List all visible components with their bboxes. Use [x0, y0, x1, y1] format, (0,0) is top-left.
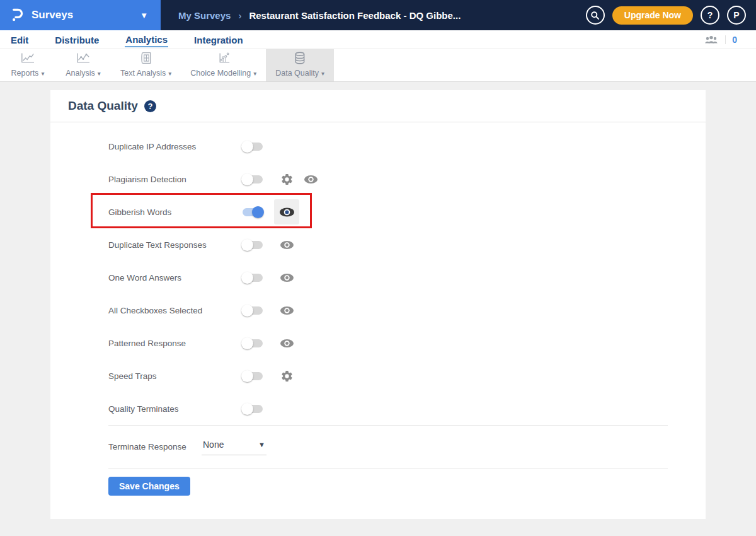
setting-label: Patterned Response: [108, 339, 243, 348]
plagiarism-settings-gear-icon[interactable]: [278, 173, 295, 186]
toggle-duplicate-ip-addresses[interactable]: [243, 143, 263, 151]
top-header: Surveys ▼ My Surveys › Restaurant Satisf…: [0, 0, 756, 30]
respondent-count[interactable]: 0: [732, 35, 737, 45]
chevron-down-icon: ▾: [98, 70, 101, 77]
all-checkboxes-preview-eye-icon[interactable]: [278, 306, 295, 315]
chevron-down-icon: ▼: [258, 441, 265, 448]
duplicate-text-preview-eye-icon[interactable]: [278, 240, 295, 250]
tool-data-quality[interactable]: Data Quality▾: [266, 49, 334, 81]
document-grid-icon: [138, 52, 154, 64]
patterned-preview-eye-icon[interactable]: [278, 339, 295, 348]
row-duplicate-ip-addresses: Duplicate IP Addresses: [50, 130, 706, 163]
gibberish-preview-eye-button[interactable]: [274, 199, 299, 224]
scatter-chart-icon: [214, 52, 233, 64]
setting-label: All Checkboxes Selected: [108, 306, 243, 315]
tab-distribute[interactable]: Distribute: [54, 32, 100, 47]
speed-traps-settings-gear-icon[interactable]: [278, 370, 295, 383]
breadcrumb-my-surveys[interactable]: My Surveys: [178, 10, 231, 21]
divider: [50, 122, 706, 122]
setting-label: Terminate Response: [108, 442, 202, 452]
avatar[interactable]: P: [727, 6, 746, 25]
setting-label: Quality Terminates: [108, 404, 243, 414]
setting-label: One Word Answers: [108, 273, 243, 283]
page-title: Data Quality: [68, 99, 138, 113]
setting-label: Duplicate IP Addresses: [108, 142, 243, 151]
chevron-down-icon: ▾: [168, 70, 171, 77]
toggle-quality-terminates[interactable]: [243, 405, 263, 413]
search-icon: [590, 11, 600, 20]
tool-choice-modelling[interactable]: Choice Modelling▾: [181, 49, 266, 81]
select-value: None: [203, 440, 224, 450]
row-plagiarism-detection: Plagiarism Detection: [50, 163, 706, 195]
analysis-chart-icon: [74, 52, 93, 64]
tab-analytics[interactable]: Analytics: [125, 32, 168, 47]
row-speed-traps: Speed Traps: [50, 359, 706, 392]
plagiarism-preview-eye-icon[interactable]: [302, 175, 319, 184]
data-quality-help-icon[interactable]: ?: [144, 100, 156, 112]
toggle-plagiarism-detection[interactable]: [243, 175, 263, 184]
row-all-checkboxes-selected: All Checkboxes Selected: [50, 294, 706, 327]
data-quality-panel: Data Quality ? Duplicate IP Addresses Pl…: [50, 90, 706, 519]
terminate-response-select[interactable]: None ▼: [202, 438, 266, 455]
analytics-toolbar: Reports▾ Analysis▾ Text Analysis▾: [0, 49, 756, 82]
row-gibberish-words: Gibberish Words: [50, 195, 706, 228]
questionpro-logo-icon: [9, 7, 25, 23]
row-patterned-response: Patterned Response: [50, 327, 706, 359]
toggle-speed-traps[interactable]: [243, 372, 263, 380]
one-word-preview-eye-icon[interactable]: [278, 273, 295, 283]
toggle-gibberish-words[interactable]: [243, 208, 263, 216]
nav-tabbar: Edit Distribute Analytics Integration 0: [0, 30, 756, 49]
save-changes-button[interactable]: Save Changes: [108, 477, 190, 496]
chevron-down-icon: ▾: [321, 70, 324, 77]
row-duplicate-text-responses: Duplicate Text Responses: [50, 228, 706, 261]
database-icon: [292, 52, 308, 64]
row-one-word-answers: One Word Answers: [50, 261, 706, 294]
app-name: Surveys: [32, 9, 140, 21]
toggle-duplicate-text-responses[interactable]: [243, 241, 263, 249]
header-actions: Upgrade Now ? P: [586, 0, 756, 30]
divider: [725, 35, 726, 44]
setting-label: Duplicate Text Responses: [108, 240, 243, 250]
chevron-down-icon: ▾: [41, 70, 44, 77]
tool-text-analysis[interactable]: Text Analysis▾: [111, 49, 181, 81]
eye-icon: [279, 207, 295, 218]
help-button[interactable]: ?: [701, 6, 719, 25]
tool-reports[interactable]: Reports▾: [0, 49, 55, 81]
page-content: Data Quality ? Duplicate IP Addresses Pl…: [0, 82, 756, 536]
tab-edit[interactable]: Edit: [10, 32, 29, 47]
setting-label: Speed Traps: [108, 371, 243, 381]
row-terminate-response: Terminate Response None ▼: [50, 426, 706, 468]
line-chart-icon: [18, 52, 37, 64]
respondents-people-icon[interactable]: [704, 35, 719, 45]
app-switcher[interactable]: Surveys ▼: [0, 0, 161, 30]
search-button[interactable]: [586, 6, 605, 25]
upgrade-now-button[interactable]: Upgrade Now: [612, 6, 693, 25]
setting-label: Plagiarism Detection: [108, 175, 243, 184]
toggle-patterned-response[interactable]: [243, 339, 263, 347]
toggle-one-word-answers[interactable]: [243, 274, 263, 282]
row-quality-terminates: Quality Terminates: [50, 392, 706, 425]
breadcrumb-separator-icon: ›: [238, 10, 241, 21]
toggle-all-checkboxes-selected[interactable]: [243, 306, 263, 315]
setting-label: Gibberish Words: [108, 207, 243, 217]
tool-analysis[interactable]: Analysis▾: [55, 49, 111, 81]
chevron-down-icon: ▾: [253, 70, 256, 77]
breadcrumb: My Surveys › Restaurant Satisfaction Fee…: [161, 0, 586, 30]
chevron-down-icon: ▼: [140, 11, 148, 20]
breadcrumb-survey-title: Restaurant Satisfaction Feedback - DQ Gi…: [249, 10, 461, 21]
tab-integration[interactable]: Integration: [193, 32, 244, 47]
